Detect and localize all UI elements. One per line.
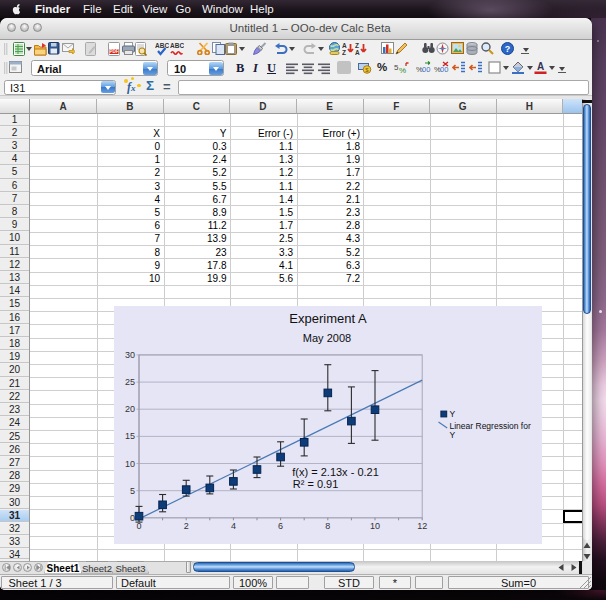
svg-text:4: 4 — [230, 521, 235, 531]
svg-text:Y: Y — [449, 430, 455, 440]
svg-text:25: 25 — [124, 377, 134, 387]
svg-text:Z: Z — [355, 42, 359, 49]
svg-text:?: ? — [504, 43, 510, 53]
svg-text:ABC: ABC — [155, 42, 169, 49]
svg-text:Z: Z — [342, 49, 346, 56]
svg-text:ABC: ABC — [170, 42, 184, 49]
svg-text:May 2008: May 2008 — [302, 331, 350, 343]
svg-text:30: 30 — [124, 349, 134, 359]
svg-text:6: 6 — [278, 521, 283, 531]
svg-text:A: A — [537, 61, 544, 72]
svg-text:2: 2 — [183, 521, 188, 531]
svg-text:8: 8 — [325, 521, 330, 531]
svg-text:12: 12 — [417, 521, 427, 531]
svg-text:15: 15 — [124, 431, 134, 441]
svg-text:10: 10 — [369, 521, 379, 531]
svg-text:20: 20 — [124, 404, 134, 414]
svg-text:5: 5 — [129, 485, 134, 495]
svg-text:A: A — [355, 49, 360, 56]
svg-text:Y: Y — [449, 409, 455, 419]
svg-text:f(x) = 2.13x - 0.21: f(x) = 2.13x - 0.21 — [292, 466, 379, 478]
svg-text:PDF: PDF — [110, 49, 119, 54]
svg-text:10: 10 — [124, 458, 134, 468]
svg-text:00: 00 — [422, 65, 430, 74]
svg-text:%: % — [399, 66, 406, 74]
svg-text:R² = 0.91: R² = 0.91 — [292, 477, 338, 489]
svg-text:0: 0 — [136, 521, 141, 531]
svg-text:00: 00 — [440, 65, 448, 74]
svg-text:0: 0 — [129, 512, 134, 522]
svg-text:A: A — [342, 42, 347, 49]
svg-text:Linear Regression for: Linear Regression for — [449, 420, 530, 430]
svg-text:Experiment A: Experiment A — [289, 311, 367, 326]
